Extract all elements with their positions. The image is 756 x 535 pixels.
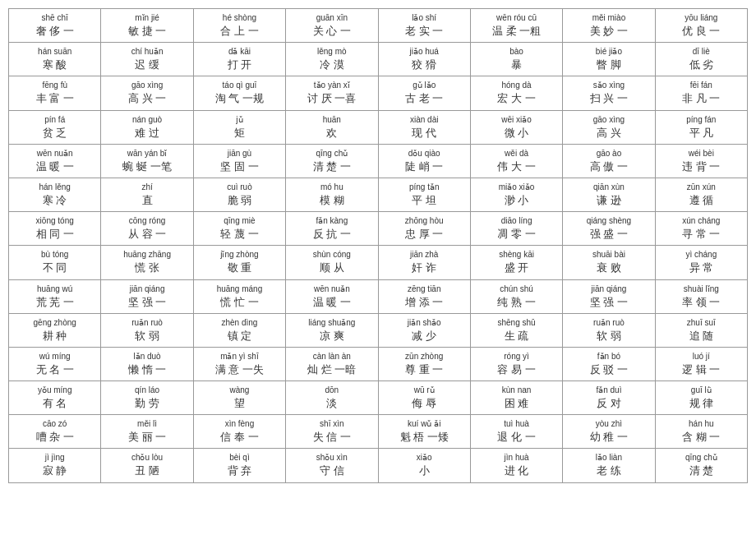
cell-r6-c2: qīng miè轻 蔑 一	[193, 212, 285, 246]
cell-r1-c3: lěng mò冷 漠	[286, 43, 378, 76]
pinyin-text: guī lǜ	[657, 385, 745, 396]
hanzi-text: 狡 猾	[380, 58, 468, 72]
pinyin-text: mǐn jié	[103, 12, 191, 24]
pinyin-text: chún shú	[472, 284, 560, 295]
pinyin-text: fǎn duì	[565, 385, 652, 396]
cell-r5-c7: zūn xún遵 循	[655, 178, 747, 211]
cell-r2-c4: gǔ lǎo古 老 一	[378, 76, 470, 110]
hanzi-text: 不 同	[11, 261, 99, 275]
pinyin-text: wān yán bǐ	[103, 148, 191, 159]
hanzi-text: 敬 重	[196, 261, 284, 275]
hanzi-text: 欢	[288, 126, 376, 141]
cell-r8-c5: chún shú纯 熟 一	[470, 279, 562, 313]
pinyin-text: jiǎn shǎo	[380, 317, 468, 329]
pinyin-text: wú míng	[11, 351, 99, 362]
hanzi-text: 高 兴	[565, 126, 652, 141]
pinyin-text: bié jiǎo	[565, 46, 652, 58]
pinyin-text: huāng zhāng	[103, 249, 191, 261]
pinyin-text: shèng kāi	[472, 249, 560, 261]
cell-r7-c1: huāng zhāng慌 张	[101, 246, 193, 279]
cell-r3-c5: wēi xiǎo微 小	[470, 110, 562, 144]
hanzi-text: 温 暖 一	[288, 295, 376, 310]
pinyin-text: wū rǔ	[380, 385, 468, 396]
cell-r0-c3: guān xīn关 心 一	[286, 9, 378, 43]
hanzi-text: 背 弃	[196, 464, 284, 478]
hanzi-text: 衰 败	[565, 261, 652, 275]
hanzi-text: 清 楚	[657, 464, 745, 478]
hanzi-text: 容 易 一	[472, 362, 560, 377]
hanzi-text: 温 暖 一	[11, 159, 99, 174]
pinyin-text: píng fán	[657, 114, 745, 126]
pinyin-text: qiān xùn	[565, 182, 652, 193]
pinyin-text: yì cháng	[657, 249, 745, 261]
cell-r13-c0: jì jìng寂 静	[9, 449, 101, 482]
pinyin-text: cuì ruò	[196, 182, 284, 193]
hanzi-text: 追 随	[657, 329, 745, 344]
cell-r13-c4: xiǎo小	[378, 449, 470, 482]
cell-r11-c0: yǒu míng有 名	[9, 381, 101, 415]
cell-r5-c1: zhí直	[101, 178, 193, 211]
hanzi-text: 反 对	[565, 396, 652, 411]
cell-r0-c0: shē chī奢 侈 一	[9, 9, 101, 43]
cell-r4-c3: qīng chǔ清 楚 一	[286, 144, 378, 178]
pinyin-text: gāo ào	[565, 148, 652, 159]
pinyin-text: chǒu lòu	[103, 452, 191, 464]
cell-r1-c2: dǎ kāi打 开	[193, 43, 285, 76]
pinyin-text: zūn xún	[657, 182, 745, 193]
hanzi-text: 纯 熟 一	[472, 295, 560, 310]
pinyin-text: dǒu qiào	[380, 148, 468, 159]
hanzi-text: 丑 陋	[103, 464, 191, 478]
hanzi-text: 侮 辱	[380, 396, 468, 411]
pinyin-text: huāng wú	[11, 284, 99, 295]
hanzi-text: 高 兴 一	[103, 91, 191, 106]
pinyin-text: jì jìng	[11, 452, 99, 464]
cell-r0-c4: lǎo shí老 实 一	[378, 9, 470, 43]
cell-r1-c6: bié jiǎo瞥 脚	[563, 43, 655, 76]
pinyin-text: shēng shū	[472, 317, 560, 329]
hanzi-text: 逻 辑 一	[657, 362, 745, 377]
pinyin-text: hán suān	[11, 46, 99, 58]
hanzi-text: 老 练	[565, 464, 652, 478]
pinyin-text: lǎn duò	[103, 351, 191, 362]
hanzi-text: 奸 诈	[380, 261, 468, 275]
hanzi-text: 遵 循	[657, 193, 745, 208]
pinyin-text: dōn	[288, 385, 376, 396]
hanzi-text: 寂 静	[11, 464, 99, 478]
cell-r7-c6: shuāi bài衰 败	[563, 246, 655, 279]
cell-r8-c7: shuài lǐng率 领 一	[655, 279, 747, 313]
cell-r13-c5: jìn huà进 化	[470, 449, 562, 482]
hanzi-text: 嘈 杂 一	[11, 430, 99, 445]
hanzi-text: 扫 兴 一	[565, 91, 652, 106]
cell-r4-c1: wān yán bǐ蜿 蜒 一笔	[101, 144, 193, 178]
cell-r0-c2: hé shòng合 上 一	[193, 9, 285, 43]
hanzi-text: 凋 零 一	[472, 227, 560, 242]
hanzi-text: 轻 蔑 一	[196, 227, 284, 242]
hanzi-text: 顺 从	[288, 261, 376, 275]
pinyin-text: qīng chǔ	[657, 452, 745, 464]
hanzi-text: 退 化 一	[472, 430, 560, 445]
hanzi-text: 优 良 一	[657, 24, 745, 39]
cell-r12-c3: shī xìn失 信 一	[286, 415, 378, 449]
pinyin-text: tuì huà	[472, 418, 560, 430]
cell-r5-c2: cuì ruò脆 弱	[193, 178, 285, 211]
hanzi-text: 暴	[472, 58, 560, 72]
cell-r1-c5: bào暴	[470, 43, 562, 76]
cell-r9-c5: shēng shū生 疏	[470, 313, 562, 347]
hanzi-text: 讨 厌 一喜	[288, 91, 376, 106]
hanzi-text: 高 傲 一	[565, 159, 652, 174]
hanzi-text: 关 心 一	[288, 24, 376, 39]
pinyin-text: cāo zó	[11, 418, 99, 430]
hanzi-text: 寻 常 一	[657, 227, 745, 242]
hanzi-text: 难 过	[103, 126, 191, 141]
hanzi-text: 蜿 蜒 一笔	[103, 159, 191, 174]
hanzi-text: 寒 冷	[11, 193, 99, 208]
pinyin-text: diāo líng	[472, 215, 560, 227]
hanzi-text: 淘 气 一规	[196, 91, 284, 106]
hanzi-text: 懒 惰 一	[103, 362, 191, 377]
pinyin-text: shuāi bài	[565, 249, 652, 261]
hanzi-text: 伟 大 一	[472, 159, 560, 174]
pinyin-text: dǎ kāi	[196, 46, 284, 58]
pinyin-text: zūn zhòng	[380, 351, 468, 362]
hanzi-text: 渺 小	[472, 193, 560, 208]
pinyin-text: càn làn àn	[288, 351, 376, 362]
